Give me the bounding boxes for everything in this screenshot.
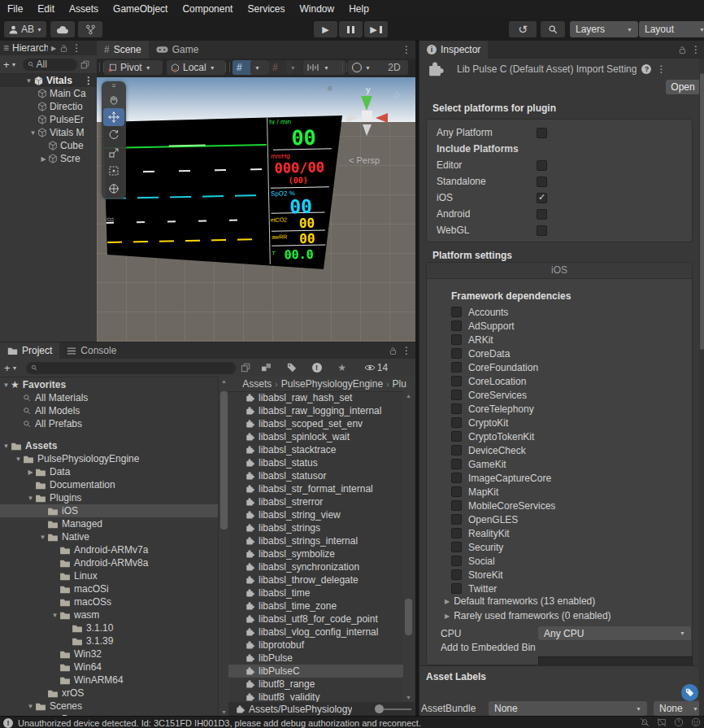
framework-checkbox[interactable] bbox=[451, 528, 462, 538]
orientation-gizmo[interactable]: y x bbox=[339, 84, 398, 142]
framework-checkbox[interactable] bbox=[451, 486, 462, 497]
platform-checkbox[interactable] bbox=[537, 193, 547, 203]
file-list-scrollbar[interactable]: ▲ ▼ bbox=[403, 391, 414, 702]
framework-checkbox[interactable] bbox=[451, 583, 462, 594]
folder-row[interactable]: macOSs bbox=[0, 595, 218, 608]
undo-history-button[interactable]: ↺ bbox=[509, 21, 537, 37]
asset-file-row[interactable]: libabsl_time bbox=[228, 586, 403, 599]
platform-row[interactable]: Standalone bbox=[427, 173, 692, 190]
framework-checkbox[interactable] bbox=[451, 459, 462, 469]
framework-row[interactable]: Twitter bbox=[427, 582, 692, 595]
framework-checkbox[interactable] bbox=[451, 348, 462, 359]
assetbundle-dropdown[interactable]: None ▼ bbox=[489, 701, 647, 716]
menu-item[interactable]: Help bbox=[341, 0, 376, 18]
tab-scene[interactable]: # Scene bbox=[97, 41, 149, 59]
menu-item[interactable]: Component bbox=[175, 0, 240, 18]
asset-file-row[interactable]: libutf8_range bbox=[228, 678, 403, 691]
folder-row[interactable]: ▼ Native bbox=[0, 530, 218, 543]
status-bar[interactable]: ! Unauthorized device detected. Id: 3C15… bbox=[0, 716, 704, 728]
add-label-button[interactable] bbox=[681, 684, 698, 701]
progress-icon[interactable] bbox=[674, 717, 684, 727]
cpu-dropdown[interactable]: Any CPU ▼ bbox=[538, 626, 691, 640]
asset-file-row[interactable]: libabsl_string_view bbox=[228, 508, 403, 521]
scroll-up-icon[interactable]: ▲ bbox=[403, 393, 414, 399]
platform-row[interactable]: Any Platform bbox=[427, 124, 692, 141]
framework-row[interactable]: AdSupport bbox=[427, 319, 692, 333]
thumbnail-zoom-knob[interactable] bbox=[375, 704, 384, 713]
folder-row[interactable]: Win32 bbox=[0, 647, 218, 660]
account-button[interactable]: AB ▼ bbox=[4, 21, 46, 37]
folder-row[interactable]: 3.1.39 bbox=[0, 634, 218, 647]
collab-status-icon[interactable] bbox=[691, 717, 701, 727]
asset-file-row[interactable]: libabsl_synchronization bbox=[228, 560, 403, 573]
framework-checkbox[interactable] bbox=[451, 362, 462, 373]
framework-checkbox[interactable] bbox=[451, 445, 462, 456]
ios-platform-tab[interactable]: iOS bbox=[427, 263, 692, 279]
framework-row[interactable]: DeviceCheck bbox=[427, 443, 692, 457]
inspector-scrollbar[interactable] bbox=[699, 59, 704, 716]
search-button[interactable] bbox=[541, 21, 565, 37]
platform-checkbox[interactable] bbox=[537, 225, 547, 236]
hierarchy-item[interactable]: ▶ Scre bbox=[0, 152, 97, 165]
framework-checkbox[interactable] bbox=[451, 417, 462, 428]
platform-checkbox[interactable] bbox=[537, 209, 547, 220]
lock-icon[interactable] bbox=[678, 46, 687, 54]
rotate-tool[interactable] bbox=[103, 126, 124, 144]
thumbnail-zoom-slider[interactable] bbox=[380, 708, 411, 710]
foldout-arrow-icon[interactable]: ▼ bbox=[28, 129, 37, 137]
assetbundle-variant-dropdown[interactable]: None ▼ bbox=[654, 701, 704, 716]
hierarchy-scene-row[interactable]: ▼ Vitals ⋮ bbox=[0, 74, 97, 87]
asset-file-row[interactable]: libprotobuf bbox=[228, 639, 403, 652]
framework-row[interactable]: CoreTelephony bbox=[427, 402, 692, 416]
folder-row[interactable]: xrOS bbox=[0, 687, 218, 700]
layout-dropdown[interactable]: Layout ▼ bbox=[639, 21, 704, 37]
foldout-arrow-icon[interactable]: ▶ bbox=[39, 155, 48, 163]
snap-dropdown[interactable]: ▼ bbox=[286, 60, 305, 75]
framework-checkbox[interactable] bbox=[451, 500, 462, 511]
perspective-label[interactable]: < Persp bbox=[349, 155, 380, 165]
asset-file-row[interactable]: libabsl_strerror bbox=[228, 495, 403, 508]
open-button[interactable]: Open bbox=[666, 80, 700, 94]
framework-checkbox[interactable] bbox=[451, 556, 462, 566]
folder-row[interactable]: Android-ARMv7a bbox=[0, 543, 218, 556]
pause-button[interactable] bbox=[339, 21, 363, 37]
hierarchy-menu-icon[interactable]: ⋮ bbox=[72, 42, 81, 54]
2d-toggle[interactable]: 2D bbox=[380, 60, 408, 75]
cloud-button[interactable] bbox=[50, 21, 75, 37]
framework-row[interactable]: OpenGLES bbox=[427, 512, 692, 526]
transform-tool[interactable] bbox=[103, 180, 124, 198]
framework-row[interactable]: RealityKit bbox=[427, 526, 692, 540]
folder-row[interactable]: ▼ Plugins bbox=[0, 491, 218, 504]
tab-project[interactable]: Project bbox=[0, 342, 59, 359]
favorites-root[interactable]: ▼ ★ Favorites bbox=[0, 378, 218, 391]
framework-checkbox[interactable] bbox=[451, 320, 462, 331]
grid-dropdown[interactable]: ▼ bbox=[250, 60, 269, 75]
framework-row[interactable]: CoreLocation bbox=[427, 374, 692, 388]
scrollbar-thumb[interactable] bbox=[220, 391, 228, 530]
snap-increment-dropdown[interactable]: ▼ bbox=[303, 60, 345, 75]
asset-file-row[interactable]: libabsl_throw_delegate bbox=[228, 573, 403, 586]
framework-row[interactable]: CryptoTokenKit bbox=[427, 429, 692, 443]
add-button[interactable]: + bbox=[3, 59, 10, 71]
local-dropdown[interactable]: Local ▼ bbox=[167, 60, 225, 75]
scene-viewport[interactable]: I/O2 hr / min 00 mmHg 000/00 (00) SpO2 %… bbox=[97, 77, 415, 342]
add-button[interactable]: + bbox=[4, 362, 11, 374]
framework-checkbox[interactable] bbox=[451, 376, 462, 386]
asset-file-row[interactable]: libabsl_raw_logging_internal bbox=[228, 404, 403, 417]
asset-labels-heading[interactable]: Asset Labels bbox=[426, 671, 698, 682]
asset-file-row[interactable]: libabsl_symbolize bbox=[228, 547, 403, 560]
platform-row[interactable]: Android bbox=[427, 206, 692, 222]
framework-checkbox[interactable] bbox=[451, 307, 462, 317]
hand-tool[interactable] bbox=[103, 90, 124, 108]
foldout-arrow-icon[interactable]: ▼ bbox=[26, 495, 35, 502]
render-mode-dropdown[interactable]: ▼ bbox=[348, 60, 384, 75]
project-menu-icon[interactable]: ⋮ bbox=[402, 345, 411, 356]
favorites-item[interactable]: All Materials bbox=[0, 391, 218, 404]
breadcrumb-item[interactable]: › PulsePhysiologyEngine bbox=[272, 378, 383, 390]
version-control-button[interactable] bbox=[78, 21, 102, 37]
open-window-icon[interactable] bbox=[241, 363, 250, 373]
framework-row[interactable]: ARKit bbox=[427, 333, 692, 347]
hierarchy-item[interactable]: PulseEr bbox=[0, 113, 97, 126]
favorites-filter-button[interactable]: ★ bbox=[331, 360, 354, 375]
hierarchy-item[interactable]: ▼ Vitals M bbox=[0, 126, 97, 139]
